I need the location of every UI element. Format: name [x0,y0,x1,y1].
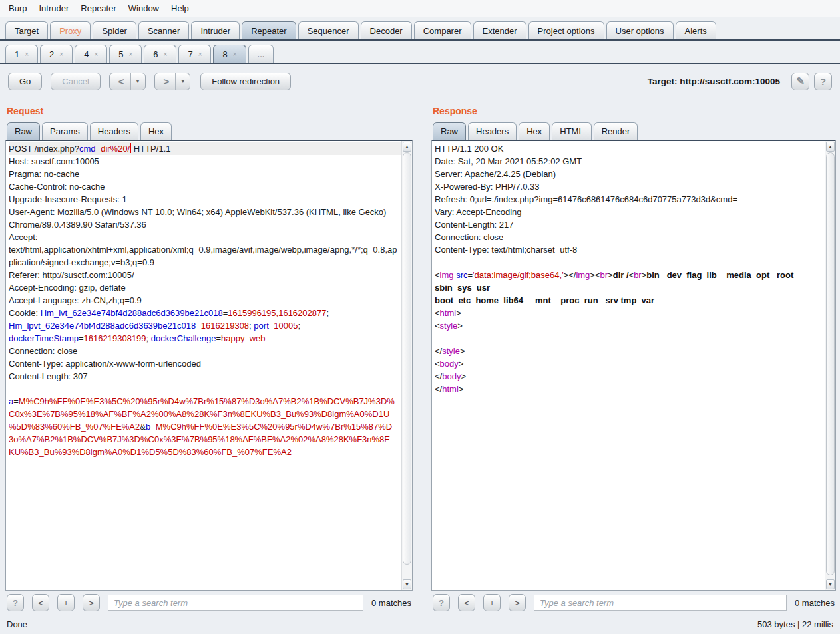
repeater-tab-label: 5 [118,49,123,59]
response-line: Connection: close [435,231,825,243]
close-icon[interactable]: × [25,51,29,58]
repeater-tab-6[interactable]: 6× [144,45,176,63]
main-tab-decoder[interactable]: Decoder [361,21,412,39]
request-editor[interactable]: POST /index.php?cmd=dir%20/ HTTP/1.1Host… [5,140,413,591]
response-line: boot etc home lib64 mnt proc run srv tmp… [435,294,825,307]
request-search-row: ? < + > 0 matches [5,591,413,615]
response-tab-html[interactable]: HTML [552,122,591,140]
main-tab-scanner[interactable]: Scanner [138,21,189,39]
response-panel: Response RawHeadersHexHTMLRender HTTP/1.… [431,98,836,615]
panel-splitter[interactable] [413,98,431,615]
request-line: Accept: [9,231,401,243]
close-icon[interactable]: × [59,51,63,58]
request-line: 3o%A7%B2%1B%DCV%B7J%3D%C0x%3E%7B%95%18%A… [9,433,401,446]
main-tab-repeater[interactable]: Repeater [242,21,296,39]
response-scrollbar[interactable]: ▲ ▼ [825,141,835,590]
search-next-button[interactable]: > [83,594,100,611]
menu-item-window[interactable]: Window [122,3,165,13]
main-tab-extender[interactable]: Extender [473,21,526,39]
main-tab-project-options[interactable]: Project options [528,21,604,39]
forward-icon: > [155,76,176,87]
scroll-up-icon[interactable]: ▲ [403,142,411,152]
main-tab-sequencer[interactable]: Sequencer [298,21,359,39]
response-tab-hex[interactable]: Hex [519,122,550,140]
scroll-down-icon[interactable]: ▼ [403,579,411,589]
request-line: KU%B3_Bu%93%D8lgm%A0%D1%D5%5D%83%60%FB_%… [9,446,401,458]
scroll-thumb[interactable] [826,152,835,575]
response-tab-headers[interactable]: Headers [468,122,517,140]
search-help-button[interactable]: ? [433,594,450,611]
response-line: Content-Length: 217 [435,218,825,231]
response-tab-render[interactable]: Render [594,122,638,140]
scroll-up-icon[interactable]: ▲ [826,142,835,152]
target-url: http://susctf.com:10005 [680,77,780,86]
forward-button[interactable]: > ▼ [154,73,191,90]
request-line: Accept-Language: zh-CN,zh;q=0.9 [9,294,401,307]
search-prev-button[interactable]: < [458,594,475,611]
request-tab-raw[interactable]: Raw [7,122,40,140]
main-tab-alerts[interactable]: Alerts [676,21,716,39]
main-tab-proxy[interactable]: Proxy [50,21,91,39]
repeater-tab-4[interactable]: 4× [75,45,107,63]
close-icon[interactable]: × [198,51,202,58]
follow-redirection-button[interactable]: Follow redirection [200,73,291,90]
chevron-down-icon[interactable]: ▼ [131,79,145,84]
close-icon[interactable]: × [164,51,168,58]
scroll-thumb[interactable] [403,152,411,565]
menu-item-intruder[interactable]: Intruder [33,3,75,13]
request-editor-content[interactable]: POST /index.php?cmd=dir%20/ HTTP/1.1Host… [6,141,401,590]
request-line: a=M%C9h%FF%0E%E3%5C%20%95r%D4w%7Br%15%87… [9,395,401,408]
scroll-down-icon[interactable]: ▼ [826,579,835,589]
search-options-button[interactable]: + [57,594,75,611]
help-button[interactable]: ? [814,73,832,90]
response-line: <html> [435,307,825,319]
main-tab-intruder[interactable]: Intruder [191,21,240,39]
main-tab-comparer[interactable]: Comparer [414,21,471,39]
request-line: plication/signed-exchange;v=b3;q=0.9 [9,256,401,269]
response-tab-raw[interactable]: Raw [433,122,466,140]
menu-item-burp[interactable]: Burp [3,3,33,13]
go-button[interactable]: Go [8,73,42,90]
response-line: X-Powered-By: PHP/7.0.33 [435,180,825,193]
repeater-tab-2[interactable]: 2× [40,45,73,63]
close-icon[interactable]: × [94,51,98,58]
response-line: Server: Apache/2.4.25 (Debian) [435,168,825,180]
search-next-button[interactable]: > [509,594,526,611]
main-tab-user-options[interactable]: User options [606,21,674,39]
back-button[interactable]: < ▼ [109,73,146,90]
repeater-tab-8[interactable]: 8× [213,45,246,63]
repeater-main: Request RawParamsHeadersHex POST /index.… [0,98,840,615]
response-line: <body> [435,357,825,370]
repeater-tab-more[interactable]: ... [248,45,274,63]
search-options-button[interactable]: + [483,594,501,611]
repeater-tab-7[interactable]: 7× [178,45,211,63]
request-scrollbar[interactable]: ▲ ▼ [401,141,412,590]
edit-target-button[interactable]: ✎ [791,73,809,90]
close-icon[interactable]: × [128,51,132,58]
repeater-tab-1[interactable]: 1× [5,45,38,63]
cancel-button[interactable]: Cancel [51,73,100,90]
request-line: Hm_lpvt_62e34e74bf4d288adc6d3639be21c018… [9,319,401,332]
menu-item-repeater[interactable]: Repeater [75,3,122,13]
search-prev-button[interactable]: < [32,594,49,611]
menubar: BurpIntruderRepeaterWindowHelp [0,0,840,17]
response-line: </style> [435,345,825,357]
request-search-input[interactable] [108,595,363,611]
repeater-tab-5[interactable]: 5× [109,45,142,63]
menu-item-help[interactable]: Help [165,3,195,13]
help-icon: ? [820,76,826,87]
response-search-input[interactable] [534,595,787,611]
request-tab-params[interactable]: Params [42,122,88,140]
main-tab-target[interactable]: Target [5,21,48,39]
request-line [9,383,401,395]
main-tab-spider[interactable]: Spider [93,21,136,39]
request-tab-headers[interactable]: Headers [90,122,138,140]
close-icon[interactable]: × [233,51,237,58]
request-tab-hex[interactable]: Hex [140,122,172,140]
request-line: Referer: http://susctf.com:10005/ [9,269,401,281]
search-help-button[interactable]: ? [7,594,24,611]
response-editor[interactable]: HTTP/1.1 200 OKDate: Sat, 20 Mar 2021 05… [431,140,836,591]
statusbar: Done 503 bytes | 22 millis [0,615,840,633]
chevron-down-icon[interactable]: ▼ [176,79,190,84]
response-editor-tabs: RawHeadersHexHTMLRender [431,122,836,140]
